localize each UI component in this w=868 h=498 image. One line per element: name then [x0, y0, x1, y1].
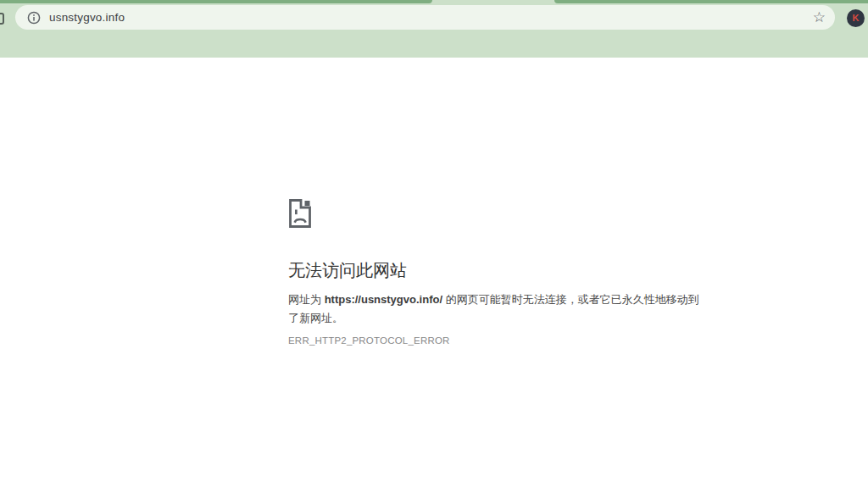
- profile-avatar-letter: K: [853, 14, 860, 23]
- error-page: 无法访问此网站 网址为 https://usnstygvo.info/ 的网页可…: [0, 58, 868, 498]
- url-text: usnstygvo.info: [49, 11, 125, 24]
- browser-toolbar: usnstygvo.info ☆ K: [0, 0, 868, 58]
- profile-avatar[interactable]: K: [847, 9, 865, 27]
- error-message: 网址为 https://usnstygvo.info/ 的网页可能暂时无法连接，…: [288, 290, 700, 328]
- active-tab[interactable]: [427, 0, 559, 3]
- cropped-toolbar-icon[interactable]: [0, 13, 4, 25]
- tab-strip: [0, 0, 868, 3]
- sad-file-icon: [288, 198, 312, 229]
- tab-curve-right: [554, 0, 559, 3]
- address-bar[interactable]: usnstygvo.info ☆: [15, 5, 835, 30]
- error-code: ERR_HTTP2_PROTOCOL_ERROR: [288, 335, 450, 346]
- error-title: 无法访问此网站: [288, 258, 407, 282]
- error-message-url: https://usnstygvo.info/: [325, 293, 442, 306]
- site-info-icon[interactable]: [27, 11, 41, 25]
- error-message-prefix: 网址为: [288, 293, 325, 306]
- bookmark-star-icon[interactable]: ☆: [813, 9, 826, 24]
